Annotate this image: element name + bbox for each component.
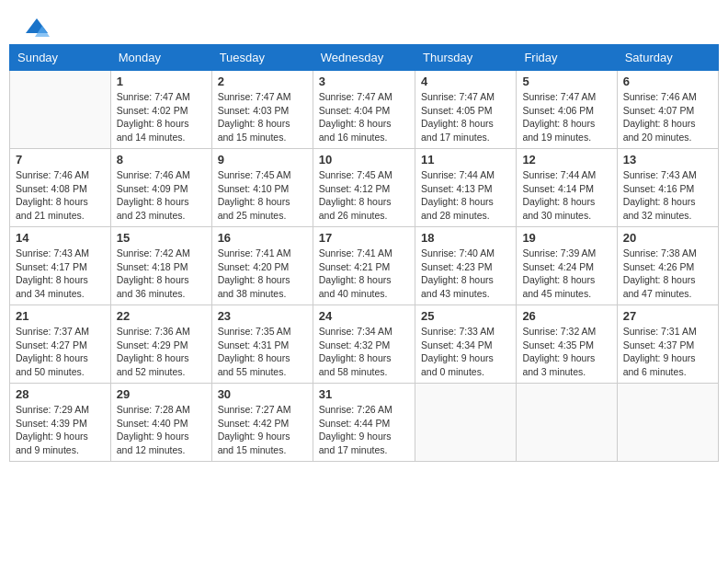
day-info: Sunrise: 7:31 AMSunset: 4:37 PMDaylight:… (623, 325, 712, 379)
calendar-cell: 4Sunrise: 7:47 AMSunset: 4:05 PMDaylight… (415, 71, 516, 149)
header-thursday: Thursday (415, 45, 516, 71)
day-info: Sunrise: 7:29 AMSunset: 4:39 PMDaylight:… (16, 403, 105, 457)
calendar-cell: 30Sunrise: 7:27 AMSunset: 4:42 PMDayligh… (211, 384, 313, 462)
calendar-cell (415, 384, 516, 462)
calendar-cell: 7Sunrise: 7:46 AMSunset: 4:08 PMDaylight… (10, 149, 111, 227)
day-info: Sunrise: 7:41 AMSunset: 4:21 PMDaylight:… (319, 247, 409, 301)
day-number: 31 (319, 387, 409, 401)
calendar-cell: 8Sunrise: 7:46 AMSunset: 4:09 PMDaylight… (110, 149, 211, 227)
calendar-wrap: SundayMondayTuesdayWednesdayThursdayFrid… (0, 44, 728, 471)
day-number: 14 (16, 231, 105, 245)
calendar-cell: 5Sunrise: 7:47 AMSunset: 4:06 PMDaylight… (517, 71, 617, 149)
day-number: 30 (218, 387, 307, 401)
header-saturday: Saturday (617, 45, 718, 71)
day-number: 29 (117, 387, 206, 401)
calendar-cell: 22Sunrise: 7:36 AMSunset: 4:29 PMDayligh… (110, 305, 211, 384)
calendar-table: SundayMondayTuesdayWednesdayThursdayFrid… (9, 44, 719, 462)
calendar-cell: 13Sunrise: 7:43 AMSunset: 4:16 PMDayligh… (617, 149, 718, 227)
calendar-week-row: 1Sunrise: 7:47 AMSunset: 4:02 PMDaylight… (10, 71, 719, 149)
day-number: 15 (117, 231, 206, 245)
calendar-cell: 28Sunrise: 7:29 AMSunset: 4:39 PMDayligh… (10, 384, 111, 462)
day-info: Sunrise: 7:47 AMSunset: 4:04 PMDaylight:… (319, 90, 409, 144)
calendar-cell: 16Sunrise: 7:41 AMSunset: 4:20 PMDayligh… (211, 227, 313, 305)
page-header (0, 0, 728, 44)
day-number: 22 (117, 309, 206, 323)
day-info: Sunrise: 7:38 AMSunset: 4:26 PMDaylight:… (623, 247, 712, 301)
header-monday: Monday (110, 45, 211, 71)
day-number: 27 (623, 309, 712, 323)
day-number: 21 (16, 309, 105, 323)
calendar-cell: 14Sunrise: 7:43 AMSunset: 4:17 PMDayligh… (10, 227, 111, 305)
calendar-cell: 9Sunrise: 7:45 AMSunset: 4:10 PMDaylight… (211, 149, 313, 227)
day-number: 11 (421, 153, 510, 167)
calendar-cell: 6Sunrise: 7:46 AMSunset: 4:07 PMDaylight… (617, 71, 718, 149)
day-number: 4 (421, 75, 510, 88)
day-number: 25 (421, 309, 510, 323)
day-info: Sunrise: 7:47 AMSunset: 4:03 PMDaylight:… (218, 90, 307, 144)
day-number: 8 (117, 153, 206, 167)
day-number: 2 (218, 75, 307, 88)
day-info: Sunrise: 7:35 AMSunset: 4:31 PMDaylight:… (218, 325, 307, 379)
day-info: Sunrise: 7:47 AMSunset: 4:06 PMDaylight:… (522, 90, 610, 144)
day-number: 17 (319, 231, 409, 245)
calendar-cell: 1Sunrise: 7:47 AMSunset: 4:02 PMDaylight… (110, 71, 211, 149)
header-sunday: Sunday (10, 45, 111, 71)
header-wednesday: Wednesday (313, 45, 415, 71)
day-number: 16 (218, 231, 307, 245)
day-number: 5 (522, 75, 610, 88)
calendar-cell (617, 384, 718, 462)
calendar-cell: 27Sunrise: 7:31 AMSunset: 4:37 PMDayligh… (617, 305, 718, 384)
calendar-week-row: 7Sunrise: 7:46 AMSunset: 4:08 PMDaylight… (10, 149, 719, 227)
calendar-header-row: SundayMondayTuesdayWednesdayThursdayFrid… (10, 45, 719, 71)
calendar-cell: 15Sunrise: 7:42 AMSunset: 4:18 PMDayligh… (110, 227, 211, 305)
day-number: 23 (218, 309, 307, 323)
day-info: Sunrise: 7:45 AMSunset: 4:10 PMDaylight:… (218, 168, 307, 223)
header-friday: Friday (517, 45, 617, 71)
calendar-cell: 3Sunrise: 7:47 AMSunset: 4:04 PMDaylight… (313, 71, 415, 149)
day-number: 28 (16, 387, 105, 401)
day-number: 20 (623, 231, 712, 245)
day-info: Sunrise: 7:47 AMSunset: 4:05 PMDaylight:… (421, 90, 510, 144)
day-number: 7 (16, 153, 105, 167)
calendar-cell (517, 384, 617, 462)
calendar-cell (10, 71, 111, 149)
calendar-cell: 10Sunrise: 7:45 AMSunset: 4:12 PMDayligh… (313, 149, 415, 227)
header-tuesday: Tuesday (211, 45, 313, 71)
day-number: 19 (522, 231, 610, 245)
calendar-cell: 19Sunrise: 7:39 AMSunset: 4:24 PMDayligh… (517, 227, 617, 305)
day-info: Sunrise: 7:45 AMSunset: 4:12 PMDaylight:… (319, 168, 409, 223)
calendar-cell: 11Sunrise: 7:44 AMSunset: 4:13 PMDayligh… (415, 149, 516, 227)
calendar-cell: 2Sunrise: 7:47 AMSunset: 4:03 PMDaylight… (211, 71, 313, 149)
calendar-week-row: 21Sunrise: 7:37 AMSunset: 4:27 PMDayligh… (10, 305, 719, 384)
calendar-cell: 17Sunrise: 7:41 AMSunset: 4:21 PMDayligh… (313, 227, 415, 305)
day-info: Sunrise: 7:47 AMSunset: 4:02 PMDaylight:… (117, 90, 206, 144)
calendar-cell: 12Sunrise: 7:44 AMSunset: 4:14 PMDayligh… (517, 149, 617, 227)
logo-icon (24, 17, 50, 37)
day-info: Sunrise: 7:36 AMSunset: 4:29 PMDaylight:… (117, 325, 206, 379)
day-info: Sunrise: 7:32 AMSunset: 4:35 PMDaylight:… (522, 325, 610, 379)
day-info: Sunrise: 7:46 AMSunset: 4:09 PMDaylight:… (117, 168, 206, 223)
day-info: Sunrise: 7:33 AMSunset: 4:34 PMDaylight:… (421, 325, 510, 379)
day-info: Sunrise: 7:34 AMSunset: 4:32 PMDaylight:… (319, 325, 409, 379)
day-info: Sunrise: 7:37 AMSunset: 4:27 PMDaylight:… (16, 325, 105, 379)
day-info: Sunrise: 7:26 AMSunset: 4:44 PMDaylight:… (319, 403, 409, 457)
day-number: 18 (421, 231, 510, 245)
day-info: Sunrise: 7:43 AMSunset: 4:16 PMDaylight:… (623, 168, 712, 223)
day-number: 24 (319, 309, 409, 323)
day-info: Sunrise: 7:46 AMSunset: 4:08 PMDaylight:… (16, 168, 105, 223)
day-info: Sunrise: 7:42 AMSunset: 4:18 PMDaylight:… (117, 247, 206, 301)
calendar-week-row: 28Sunrise: 7:29 AMSunset: 4:39 PMDayligh… (10, 384, 719, 462)
calendar-cell: 23Sunrise: 7:35 AMSunset: 4:31 PMDayligh… (211, 305, 313, 384)
calendar-cell: 31Sunrise: 7:26 AMSunset: 4:44 PMDayligh… (313, 384, 415, 462)
day-number: 1 (117, 75, 206, 88)
calendar-cell: 29Sunrise: 7:28 AMSunset: 4:40 PMDayligh… (110, 384, 211, 462)
day-number: 9 (218, 153, 307, 167)
calendar-cell: 21Sunrise: 7:37 AMSunset: 4:27 PMDayligh… (10, 305, 111, 384)
day-number: 3 (319, 75, 409, 88)
day-number: 10 (319, 153, 409, 167)
day-info: Sunrise: 7:39 AMSunset: 4:24 PMDaylight:… (522, 247, 610, 301)
day-info: Sunrise: 7:28 AMSunset: 4:40 PMDaylight:… (117, 403, 206, 457)
day-info: Sunrise: 7:40 AMSunset: 4:23 PMDaylight:… (421, 247, 510, 301)
day-number: 12 (522, 153, 610, 167)
day-number: 6 (623, 75, 712, 88)
